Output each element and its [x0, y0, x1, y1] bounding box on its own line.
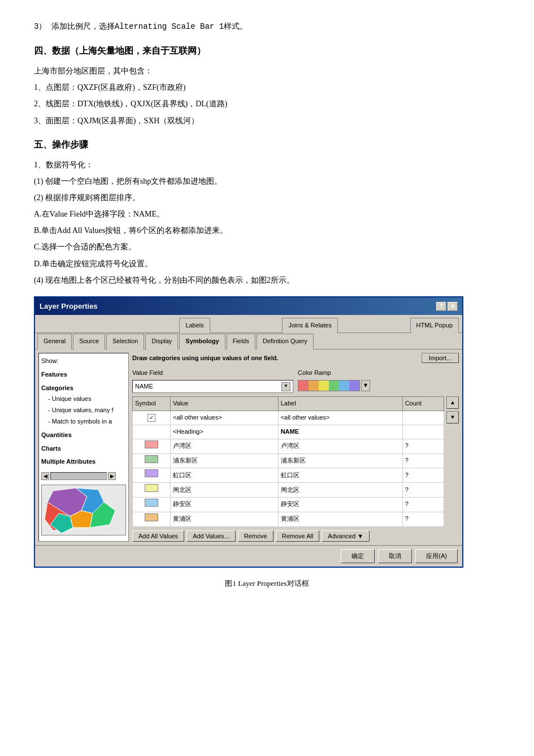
step-3: (2) 根据排序规则将图层排序。: [34, 191, 500, 205]
row3-label: 浦东新区: [278, 453, 402, 468]
dialog-title: Layer Properties: [40, 300, 98, 313]
quantities-item[interactable]: Quantities: [41, 430, 126, 441]
dialog-body: Show: Features Categories - Unique value…: [35, 349, 462, 545]
step3-text: 3） 添加比例尺，选择Alternating Scale Bar 1样式。: [34, 19, 500, 34]
scroll-down-button[interactable]: ▼: [446, 411, 459, 424]
row2-count: ?: [402, 439, 444, 453]
row2-symbol: [133, 439, 171, 453]
step-1: 1、数据符号化：: [34, 158, 500, 172]
tab-definition-query[interactable]: Definition Query: [257, 334, 314, 349]
multiple-attributes-item[interactable]: Multiple Attributes: [41, 456, 126, 468]
sub-step-a: A.在Value Field中选择字段：NAME。: [34, 207, 500, 221]
scroll-up-button[interactable]: ▲: [446, 396, 459, 409]
row7-label: 黄浦区: [278, 512, 402, 526]
remove-all-button[interactable]: Remove All: [276, 530, 320, 542]
table-row: ✓ <all other values> <all other values>: [133, 411, 444, 425]
tab-fields[interactable]: Fields: [227, 334, 255, 349]
add-values-button[interactable]: Add Values...: [186, 530, 236, 542]
tab-display[interactable]: Display: [145, 334, 178, 349]
value-field-select[interactable]: NAME ▼: [132, 380, 293, 394]
row5-label: 闸北区: [278, 483, 402, 498]
color-cell-5: [339, 381, 349, 391]
col-value: Value: [171, 397, 279, 411]
tab-symbology[interactable]: Symbology: [179, 334, 225, 349]
row5-symbol: [133, 483, 171, 498]
row0-value: <all other values>: [171, 411, 279, 425]
color-cell-3: [319, 381, 329, 391]
row2-swatch: [145, 440, 158, 448]
unique-values-many-item[interactable]: - Unique values, many f: [48, 405, 126, 416]
table-row: 闸北区 闸北区 ?: [133, 483, 444, 498]
row0-symbol: ✓: [133, 411, 171, 425]
row1-value: <Heading>: [171, 425, 279, 439]
col-count: Count: [402, 397, 444, 411]
scroll-right-btn[interactable]: ▶: [108, 472, 116, 480]
row6-symbol: [133, 497, 171, 512]
row7-value: 黄浦区: [171, 512, 279, 526]
value-field-dropdown-arrow[interactable]: ▼: [281, 382, 290, 391]
charts-item[interactable]: Charts: [41, 443, 126, 455]
tab-html-popup[interactable]: HTML Popup: [410, 318, 459, 333]
import-button[interactable]: Import...: [422, 353, 459, 363]
table-row: <Heading> NAME: [133, 425, 444, 439]
row4-swatch: [145, 469, 158, 477]
tab-source[interactable]: Source: [73, 334, 105, 349]
table-row: 虹口区 虹口区 ?: [133, 468, 444, 483]
right-panel: Draw categories using unique values of o…: [132, 353, 459, 542]
map-preview: [41, 485, 126, 535]
cancel-button[interactable]: 取消: [378, 549, 412, 563]
dialog-footer: 确定 取消 应用(A): [35, 545, 462, 567]
categories-item[interactable]: Categories: [41, 383, 126, 394]
help-button[interactable]: ?: [436, 302, 446, 311]
description-text: Draw categories using unique values of o…: [132, 353, 279, 364]
apply-button[interactable]: 应用(A): [415, 549, 458, 563]
color-cell-1: [298, 381, 309, 391]
row6-value: 静安区: [171, 497, 279, 512]
tab-joins-relates[interactable]: Joins & Relates: [282, 318, 337, 333]
left-scroll: ◀ ▶: [41, 472, 126, 480]
row1-label: NAME: [278, 425, 402, 439]
section5-header: 五、操作步骤: [34, 137, 500, 153]
row4-symbol: [133, 468, 171, 483]
scroll-left-btn[interactable]: ◀: [41, 472, 49, 480]
row6-label: 静安区: [278, 497, 402, 512]
row0-checkbox[interactable]: ✓: [147, 414, 155, 422]
field-row: Value Field NAME ▼ Color Ramp: [132, 368, 459, 394]
table-row: 卢湾区 卢湾区 ?: [133, 439, 444, 453]
row1-count: [402, 425, 444, 439]
row2-value: 卢湾区: [171, 439, 279, 453]
tabs-row2: General Source Selection Display Symbolo…: [35, 333, 462, 349]
row5-value: 闸北区: [171, 483, 279, 498]
add-all-values-button[interactable]: Add All Values: [132, 530, 184, 542]
row0-label: <all other values>: [278, 411, 402, 425]
sub-step-b: B.单击Add All Values按钮，将6个区的名称都添加进来。: [34, 223, 500, 237]
step-4: (4) 现在地图上各个区已经被符号化，分别由不同的颜色表示，如图2所示。: [34, 273, 500, 287]
row6-count: ?: [402, 497, 444, 512]
color-ramp-dropdown-arrow[interactable]: ▼: [361, 380, 370, 391]
tab-general[interactable]: General: [37, 334, 72, 349]
table-row: 浦东新区 浦东新区 ?: [133, 453, 444, 468]
color-cell-2: [309, 381, 319, 391]
section4-list-3: 3、面图层：QXJM(区县界面)，SXH（双线河）: [34, 114, 500, 128]
symbol-table: Symbol Value Label Count ✓ <: [132, 396, 444, 526]
advanced-button[interactable]: Advanced ▼: [322, 530, 370, 542]
tab-selection[interactable]: Selection: [106, 334, 144, 349]
section4-intro: 上海市部分地区图层，其中包含：: [34, 64, 500, 78]
titlebar-buttons: ? ✕: [436, 302, 458, 311]
advanced-label: Advanced ▼: [328, 533, 363, 539]
section4-list-1: 1、点图层：QXZF(区县政府)，SZF(市政府): [34, 80, 500, 94]
row3-count: ?: [402, 453, 444, 468]
tab-labels[interactable]: Labels: [179, 318, 210, 333]
color-ramp: ▼: [298, 380, 459, 391]
scroll-bar[interactable]: [50, 472, 107, 480]
match-symbols-item[interactable]: - Match to symbols in a: [48, 416, 126, 427]
row7-swatch: [145, 513, 158, 521]
features-item[interactable]: Features: [41, 369, 126, 381]
table-scroll-buttons: ▲ ▼: [446, 396, 459, 424]
unique-values-item[interactable]: - Unique values: [48, 394, 126, 405]
figure-caption: 图1 Layer Properties对话框: [34, 577, 500, 590]
ok-button[interactable]: 确定: [341, 549, 375, 563]
right-top: Draw categories using unique values of o…: [132, 353, 459, 364]
close-button[interactable]: ✕: [448, 302, 458, 311]
remove-button[interactable]: Remove: [238, 530, 273, 542]
